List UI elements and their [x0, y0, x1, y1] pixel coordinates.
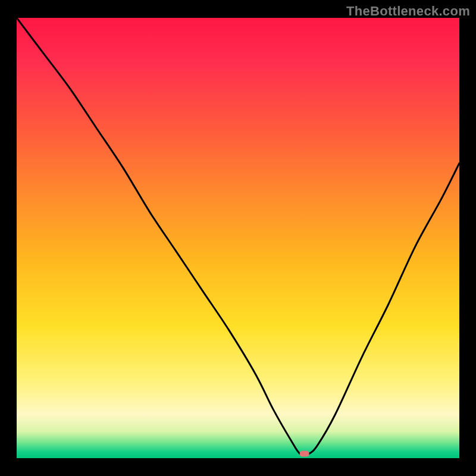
chart-frame: TheBottleneck.com: [0, 0, 476, 476]
plot-area: [17, 18, 459, 458]
watermark-text: TheBottleneck.com: [346, 4, 470, 19]
gradient-background: [17, 18, 459, 458]
minimum-marker: [300, 451, 309, 457]
chart-svg: [17, 18, 459, 458]
